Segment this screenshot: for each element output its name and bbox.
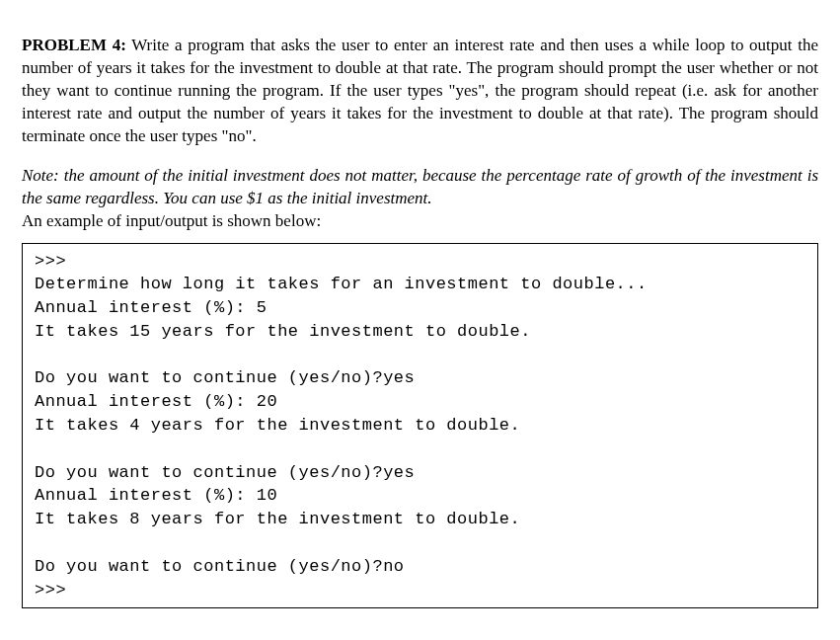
code-line xyxy=(35,438,805,461)
code-line: Do you want to continue (yes/no)?yes xyxy=(35,461,805,485)
problem-paragraph: PROBLEM 4: Write a program that asks the… xyxy=(22,35,818,148)
code-line: It takes 15 years for the investment to … xyxy=(35,320,805,344)
example-intro: An example of input/output is shown belo… xyxy=(22,210,818,233)
code-line: Annual interest (%): 20 xyxy=(35,390,805,414)
code-output-box: >>>Determine how long it takes for an in… xyxy=(22,243,818,609)
code-line: Annual interest (%): 10 xyxy=(35,484,805,508)
problem-label: PROBLEM 4: xyxy=(22,36,126,54)
code-line: >>> xyxy=(35,579,805,602)
code-line: Do you want to continue (yes/no)?yes xyxy=(35,366,805,390)
code-line: Do you want to continue (yes/no)?no xyxy=(35,555,805,579)
code-line: Annual interest (%): 5 xyxy=(35,296,805,320)
code-line: >>> xyxy=(35,250,805,274)
note-text: Note: the amount of the initial investme… xyxy=(22,165,818,210)
problem-text: Write a program that asks the user to en… xyxy=(22,36,818,145)
code-line xyxy=(35,344,805,367)
code-line xyxy=(35,531,805,555)
code-line: It takes 4 years for the investment to d… xyxy=(35,414,805,438)
code-line: It takes 8 years for the investment to d… xyxy=(35,508,805,531)
code-line: Determine how long it takes for an inves… xyxy=(35,273,805,296)
